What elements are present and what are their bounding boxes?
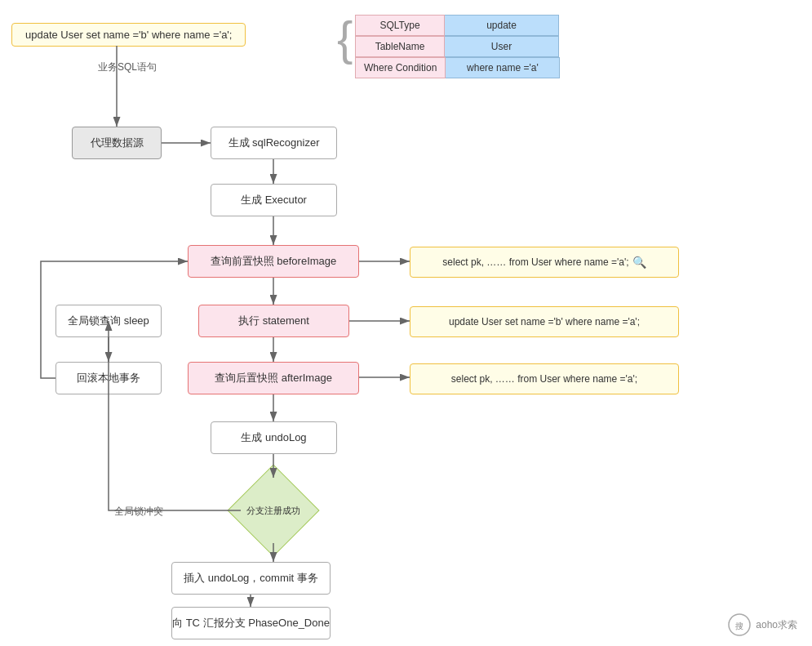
tablename-label: TableName <box>355 36 445 57</box>
before-image-node: 查询前置快照 beforeImage <box>188 245 359 278</box>
execute-statement-node: 执行 statement <box>198 305 349 337</box>
sql-label: 业务SQL语句 <box>98 60 157 74</box>
before-image-query-box: select pk, …… from User where name ='a';… <box>410 247 679 278</box>
brand-text: aoho求索 <box>756 618 797 632</box>
svg-text:搜: 搜 <box>735 621 743 630</box>
generate-executor-node: 生成 Executor <box>211 184 337 216</box>
proxy-datasource-node: 代理数据源 <box>72 127 162 159</box>
wherecondition-value: where name ='a' <box>446 57 560 78</box>
sql-statement-box: update User set name ='b' where name ='a… <box>11 23 246 47</box>
after-image-node: 查询后置快照 afterImage <box>188 362 359 394</box>
brace-symbol: { <box>337 15 353 62</box>
info-table: SQLType update TableName User Where Cond… <box>355 15 560 78</box>
magnifier-icon: 🔍 <box>632 256 646 269</box>
global-lock-conflict-label: 全局锁冲突 <box>114 505 163 519</box>
sql-statement-text: update User set name ='b' where name ='a… <box>25 29 232 41</box>
sqltype-label: SQLType <box>355 15 445 36</box>
generate-undolog-node: 生成 undoLog <box>211 421 337 454</box>
footer: 搜 aoho求索 <box>728 613 797 636</box>
info-row-tablename: TableName User <box>355 36 560 57</box>
after-image-query-box: select pk, …… from User where name ='a'; <box>410 363 679 394</box>
global-lock-query-node: 全局锁查询 sleep <box>55 305 162 337</box>
sqltype-value: update <box>445 15 559 36</box>
info-row-wherecondition: Where Condition where name ='a' <box>355 57 560 78</box>
report-tc-node: 向 TC 汇报分支 PhaseOne_Done <box>171 607 331 639</box>
branch-register-node: 分支注册成功 <box>227 464 319 556</box>
insert-commit-node: 插入 undoLog，commit 事务 <box>171 562 331 595</box>
tablename-value: User <box>445 36 559 57</box>
brand-icon: 搜 <box>728 613 751 636</box>
branch-register-text: 分支注册成功 <box>246 505 300 516</box>
wherecondition-label: Where Condition <box>355 57 446 78</box>
execute-query-box: update User set name ='b' where name ='a… <box>410 306 679 337</box>
generate-recognizer-node: 生成 sqlRecognizer <box>211 127 337 159</box>
rollback-local-node: 回滚本地事务 <box>55 362 162 394</box>
info-row-sqltype: SQLType update <box>355 15 560 36</box>
main-container: update User set name ='b' where name ='a… <box>0 0 812 646</box>
